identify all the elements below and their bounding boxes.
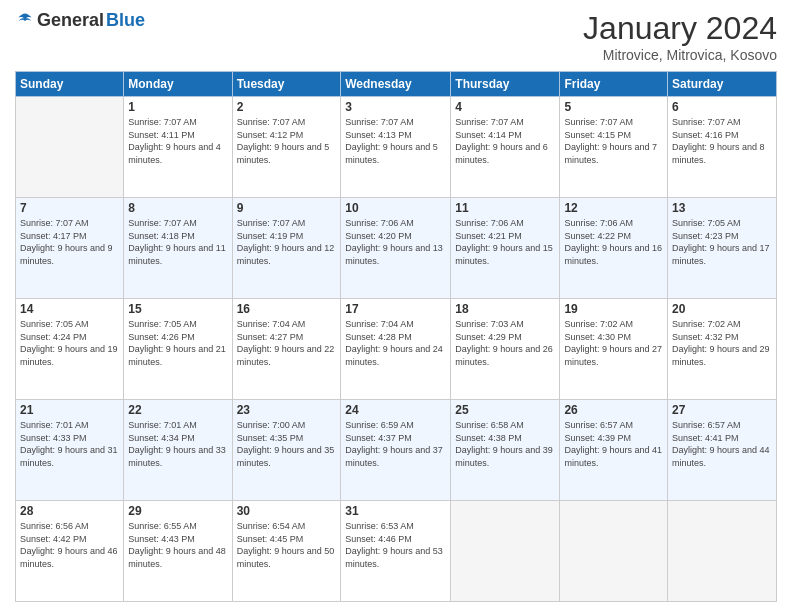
day-number: 19	[564, 302, 663, 316]
calendar-day-cell	[668, 501, 777, 602]
logo-blue-text: Blue	[106, 10, 145, 31]
day-info: Sunrise: 7:04 AMSunset: 4:28 PMDaylight:…	[345, 318, 446, 368]
day-info: Sunrise: 7:03 AMSunset: 4:29 PMDaylight:…	[455, 318, 555, 368]
calendar-day-cell: 6Sunrise: 7:07 AMSunset: 4:16 PMDaylight…	[668, 97, 777, 198]
calendar-day-cell: 25Sunrise: 6:58 AMSunset: 4:38 PMDayligh…	[451, 400, 560, 501]
calendar-day-cell: 3Sunrise: 7:07 AMSunset: 4:13 PMDaylight…	[341, 97, 451, 198]
day-info: Sunrise: 7:07 AMSunset: 4:11 PMDaylight:…	[128, 116, 227, 166]
calendar-day-cell: 19Sunrise: 7:02 AMSunset: 4:30 PMDayligh…	[560, 299, 668, 400]
day-number: 13	[672, 201, 772, 215]
calendar-day-cell: 9Sunrise: 7:07 AMSunset: 4:19 PMDaylight…	[232, 198, 341, 299]
calendar-day-cell: 29Sunrise: 6:55 AMSunset: 4:43 PMDayligh…	[124, 501, 232, 602]
day-info: Sunrise: 7:02 AMSunset: 4:30 PMDaylight:…	[564, 318, 663, 368]
calendar-day-cell: 26Sunrise: 6:57 AMSunset: 4:39 PMDayligh…	[560, 400, 668, 501]
location-subtitle: Mitrovice, Mitrovica, Kosovo	[583, 47, 777, 63]
calendar-day-cell: 18Sunrise: 7:03 AMSunset: 4:29 PMDayligh…	[451, 299, 560, 400]
day-number: 25	[455, 403, 555, 417]
day-number: 18	[455, 302, 555, 316]
day-number: 11	[455, 201, 555, 215]
day-number: 29	[128, 504, 227, 518]
day-info: Sunrise: 7:06 AMSunset: 4:21 PMDaylight:…	[455, 217, 555, 267]
day-info: Sunrise: 6:59 AMSunset: 4:37 PMDaylight:…	[345, 419, 446, 469]
calendar-day-cell: 22Sunrise: 7:01 AMSunset: 4:34 PMDayligh…	[124, 400, 232, 501]
day-number: 7	[20, 201, 119, 215]
calendar-day-cell: 21Sunrise: 7:01 AMSunset: 4:33 PMDayligh…	[16, 400, 124, 501]
day-info: Sunrise: 7:01 AMSunset: 4:33 PMDaylight:…	[20, 419, 119, 469]
day-number: 16	[237, 302, 337, 316]
day-info: Sunrise: 6:57 AMSunset: 4:41 PMDaylight:…	[672, 419, 772, 469]
calendar-day-cell: 16Sunrise: 7:04 AMSunset: 4:27 PMDayligh…	[232, 299, 341, 400]
day-info: Sunrise: 7:05 AMSunset: 4:26 PMDaylight:…	[128, 318, 227, 368]
logo: GeneralBlue	[15, 10, 145, 31]
logo-bird-icon	[15, 11, 35, 31]
day-number: 1	[128, 100, 227, 114]
day-number: 2	[237, 100, 337, 114]
calendar-table: Sunday Monday Tuesday Wednesday Thursday…	[15, 71, 777, 602]
calendar-header-row: Sunday Monday Tuesday Wednesday Thursday…	[16, 72, 777, 97]
day-number: 22	[128, 403, 227, 417]
day-info: Sunrise: 6:54 AMSunset: 4:45 PMDaylight:…	[237, 520, 337, 570]
calendar-week-row: 28Sunrise: 6:56 AMSunset: 4:42 PMDayligh…	[16, 501, 777, 602]
calendar-day-cell	[451, 501, 560, 602]
calendar-day-cell: 1Sunrise: 7:07 AMSunset: 4:11 PMDaylight…	[124, 97, 232, 198]
day-number: 20	[672, 302, 772, 316]
col-friday: Friday	[560, 72, 668, 97]
day-number: 8	[128, 201, 227, 215]
day-info: Sunrise: 7:07 AMSunset: 4:19 PMDaylight:…	[237, 217, 337, 267]
calendar-day-cell: 24Sunrise: 6:59 AMSunset: 4:37 PMDayligh…	[341, 400, 451, 501]
calendar-day-cell: 27Sunrise: 6:57 AMSunset: 4:41 PMDayligh…	[668, 400, 777, 501]
day-info: Sunrise: 7:04 AMSunset: 4:27 PMDaylight:…	[237, 318, 337, 368]
calendar-day-cell: 28Sunrise: 6:56 AMSunset: 4:42 PMDayligh…	[16, 501, 124, 602]
calendar-day-cell: 17Sunrise: 7:04 AMSunset: 4:28 PMDayligh…	[341, 299, 451, 400]
day-info: Sunrise: 7:05 AMSunset: 4:24 PMDaylight:…	[20, 318, 119, 368]
title-block: January 2024 Mitrovice, Mitrovica, Kosov…	[583, 10, 777, 63]
day-number: 23	[237, 403, 337, 417]
month-title: January 2024	[583, 10, 777, 47]
calendar-day-cell: 5Sunrise: 7:07 AMSunset: 4:15 PMDaylight…	[560, 97, 668, 198]
calendar-day-cell: 31Sunrise: 6:53 AMSunset: 4:46 PMDayligh…	[341, 501, 451, 602]
day-number: 3	[345, 100, 446, 114]
calendar-day-cell: 7Sunrise: 7:07 AMSunset: 4:17 PMDaylight…	[16, 198, 124, 299]
calendar-day-cell: 23Sunrise: 7:00 AMSunset: 4:35 PMDayligh…	[232, 400, 341, 501]
day-number: 15	[128, 302, 227, 316]
day-number: 17	[345, 302, 446, 316]
day-info: Sunrise: 7:07 AMSunset: 4:13 PMDaylight:…	[345, 116, 446, 166]
calendar-day-cell: 12Sunrise: 7:06 AMSunset: 4:22 PMDayligh…	[560, 198, 668, 299]
logo-general-text: General	[37, 10, 104, 31]
day-info: Sunrise: 7:01 AMSunset: 4:34 PMDaylight:…	[128, 419, 227, 469]
calendar-week-row: 7Sunrise: 7:07 AMSunset: 4:17 PMDaylight…	[16, 198, 777, 299]
day-number: 5	[564, 100, 663, 114]
day-info: Sunrise: 6:56 AMSunset: 4:42 PMDaylight:…	[20, 520, 119, 570]
calendar-day-cell: 11Sunrise: 7:06 AMSunset: 4:21 PMDayligh…	[451, 198, 560, 299]
day-info: Sunrise: 7:07 AMSunset: 4:14 PMDaylight:…	[455, 116, 555, 166]
day-number: 12	[564, 201, 663, 215]
calendar-day-cell	[560, 501, 668, 602]
day-number: 10	[345, 201, 446, 215]
day-number: 27	[672, 403, 772, 417]
col-thursday: Thursday	[451, 72, 560, 97]
header: GeneralBlue January 2024 Mitrovice, Mitr…	[15, 10, 777, 63]
calendar-day-cell: 2Sunrise: 7:07 AMSunset: 4:12 PMDaylight…	[232, 97, 341, 198]
day-info: Sunrise: 6:55 AMSunset: 4:43 PMDaylight:…	[128, 520, 227, 570]
calendar-day-cell: 13Sunrise: 7:05 AMSunset: 4:23 PMDayligh…	[668, 198, 777, 299]
calendar-day-cell	[16, 97, 124, 198]
col-wednesday: Wednesday	[341, 72, 451, 97]
day-info: Sunrise: 7:00 AMSunset: 4:35 PMDaylight:…	[237, 419, 337, 469]
day-number: 21	[20, 403, 119, 417]
calendar-day-cell: 10Sunrise: 7:06 AMSunset: 4:20 PMDayligh…	[341, 198, 451, 299]
calendar-week-row: 21Sunrise: 7:01 AMSunset: 4:33 PMDayligh…	[16, 400, 777, 501]
day-info: Sunrise: 7:07 AMSunset: 4:16 PMDaylight:…	[672, 116, 772, 166]
day-number: 14	[20, 302, 119, 316]
calendar-week-row: 14Sunrise: 7:05 AMSunset: 4:24 PMDayligh…	[16, 299, 777, 400]
calendar-day-cell: 8Sunrise: 7:07 AMSunset: 4:18 PMDaylight…	[124, 198, 232, 299]
day-info: Sunrise: 7:02 AMSunset: 4:32 PMDaylight:…	[672, 318, 772, 368]
calendar-week-row: 1Sunrise: 7:07 AMSunset: 4:11 PMDaylight…	[16, 97, 777, 198]
day-number: 28	[20, 504, 119, 518]
col-tuesday: Tuesday	[232, 72, 341, 97]
col-sunday: Sunday	[16, 72, 124, 97]
calendar-day-cell: 20Sunrise: 7:02 AMSunset: 4:32 PMDayligh…	[668, 299, 777, 400]
day-info: Sunrise: 7:07 AMSunset: 4:17 PMDaylight:…	[20, 217, 119, 267]
day-info: Sunrise: 6:58 AMSunset: 4:38 PMDaylight:…	[455, 419, 555, 469]
day-number: 30	[237, 504, 337, 518]
col-saturday: Saturday	[668, 72, 777, 97]
